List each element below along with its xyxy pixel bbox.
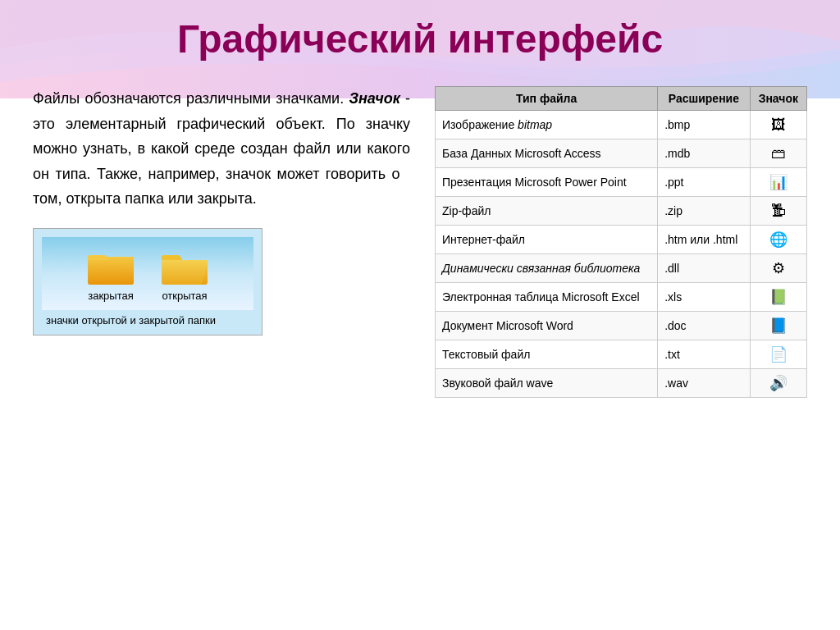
table-row: База Данных Microsoft Access.mdb🗃 [436, 139, 807, 168]
cell-icon: 🗃 [750, 139, 806, 168]
col-header-icon: Значок [750, 87, 806, 111]
table-row: Изображение bitmap.bmp🖼 [436, 111, 807, 139]
cell-extension: .htm или .html [658, 226, 750, 254]
cell-icon: 🗜 [750, 197, 806, 226]
table-header-row: Тип файла Расширение Значок [436, 87, 807, 111]
page-title: Графический интерфейс [33, 0, 807, 86]
table-row: Электронная таблица Microsoft Excel.xls📗 [436, 283, 807, 312]
closed-folder-label: закрытая [88, 290, 134, 302]
description-paragraph: Файлы обозначаются различными значками. … [33, 86, 410, 212]
description-text-before: Файлы обозначаются различными значками. [33, 90, 349, 107]
cell-extension: .dll [658, 254, 750, 283]
file-type-icon: 📊 [769, 172, 788, 192]
left-block: Файлы обозначаются различными значками. … [33, 86, 410, 336]
file-type-icon: 🌐 [769, 230, 788, 249]
table-row: Звуковой файл wave.wav🔊 [436, 369, 807, 398]
cell-icon: 📗 [750, 283, 806, 312]
file-type-icon: ⚙ [769, 258, 788, 278]
table-row: Презентация Microsoft Power Point.ppt📊 [436, 168, 807, 197]
open-folder-icon [160, 245, 209, 286]
cell-type: Документ Microsoft Word [436, 312, 658, 340]
cell-extension: .txt [658, 340, 750, 369]
file-type-icon: 🗃 [769, 144, 788, 163]
cell-extension: .bmp [658, 111, 750, 139]
cell-extension: .doc [658, 312, 750, 340]
cell-icon: 🔊 [750, 369, 806, 398]
cell-extension: .mdb [658, 139, 750, 168]
open-folder-item: открытая [160, 245, 209, 302]
file-type-icon: 📘 [769, 316, 788, 336]
file-types-table: Тип файла Расширение Значок Изображение … [435, 86, 807, 398]
folder-image-container: закрытая [33, 228, 262, 336]
keyword-znachok: Значок [349, 90, 399, 107]
folder-icons-row: закрытая [42, 237, 253, 310]
cell-type: Презентация Microsoft Power Point [436, 168, 658, 197]
folder-caption: значки открытой и закрытой папки [42, 314, 253, 326]
main-content: Файлы обозначаются различными значками. … [33, 86, 807, 398]
cell-icon: 📄 [750, 340, 806, 369]
table-row: Документ Microsoft Word.doc📘 [436, 312, 807, 340]
cell-icon: 📊 [750, 168, 806, 197]
file-type-icon: 🔊 [769, 373, 788, 393]
file-type-icon: 🗜 [769, 201, 788, 221]
file-type-icon: 🖼 [769, 115, 788, 135]
cell-type: Zip-файл [436, 197, 658, 226]
col-header-extension: Расширение [658, 87, 750, 111]
cell-type: Динамически связанная библиотека [436, 254, 658, 283]
cell-type: База Данных Microsoft Access [436, 139, 658, 168]
open-folder-label: открытая [162, 290, 207, 302]
right-block: Тип файла Расширение Значок Изображение … [435, 86, 807, 398]
cell-type: Текстовый файл [436, 340, 658, 369]
cell-type: Звуковой файл wave [436, 369, 658, 398]
cell-type: Изображение bitmap [436, 111, 658, 139]
col-header-type: Тип файла [436, 87, 658, 111]
cell-extension: .zip [658, 197, 750, 226]
description-text-after: - это элементарный графический объект. П… [33, 90, 410, 207]
cell-icon: 📘 [750, 312, 806, 340]
table-row: Динамически связанная библиотека.dll⚙ [436, 254, 807, 283]
cell-extension: .wav [658, 369, 750, 398]
cell-extension: .xls [658, 283, 750, 312]
cell-icon: 🌐 [750, 226, 806, 254]
svg-rect-2 [88, 257, 134, 285]
table-row: Zip-файл.zip🗜 [436, 197, 807, 226]
cell-extension: .ppt [658, 168, 750, 197]
file-type-icon: 📗 [769, 287, 788, 307]
closed-folder-item: закрытая [86, 245, 135, 302]
cell-type: Интернет-файл [436, 226, 658, 254]
table-row: Интернет-файл.htm или .html🌐 [436, 226, 807, 254]
cell-type: Электронная таблица Microsoft Excel [436, 283, 658, 312]
cell-icon: 🖼 [750, 111, 806, 139]
closed-folder-icon [86, 245, 135, 286]
file-type-icon: 📄 [769, 345, 788, 364]
cell-icon: ⚙ [750, 254, 806, 283]
table-row: Текстовый файл.txt📄 [436, 340, 807, 369]
